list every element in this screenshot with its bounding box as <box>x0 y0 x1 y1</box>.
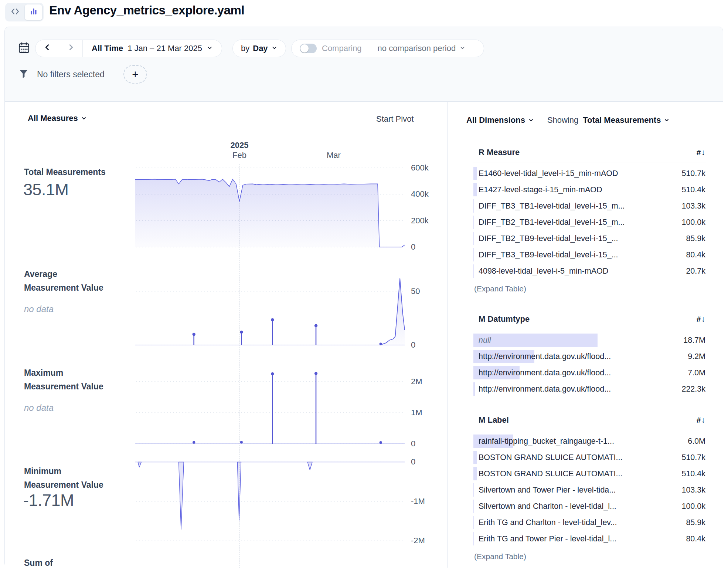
code-icon <box>10 7 20 18</box>
chevron-down-icon <box>528 117 534 123</box>
dimension-count: 7.0M <box>688 368 705 378</box>
plus-icon: + <box>132 68 139 81</box>
dimension-value: Erith TG and Tower Pier - level-tidal_l.… <box>479 534 681 544</box>
previous-period-button[interactable] <box>35 40 59 57</box>
time-grain-dropdown[interactable]: by Day <box>232 40 286 57</box>
percentage-bar <box>473 248 474 261</box>
start-pivot-button[interactable]: Start Pivot <box>376 114 414 124</box>
x-axis-month-mar: Mar <box>308 151 360 160</box>
dimension-count: 80.4k <box>686 534 705 544</box>
comparison-period-dropdown[interactable]: no comparison period <box>370 40 473 57</box>
leaderboard-row[interactable]: http://environment.data.gov.uk/flood...7… <box>473 365 706 381</box>
leaderboard-title[interactable]: M Label <box>479 415 509 425</box>
expand-table-link[interactable]: (Expand Table) <box>473 284 706 293</box>
y-axis-tick: 0 <box>411 439 415 449</box>
dimension-count: 510.4k <box>681 185 705 195</box>
percentage-bar <box>473 167 477 180</box>
leaderboard-title[interactable]: R Measure <box>479 148 520 157</box>
percentage-bar <box>473 199 474 213</box>
average-measurement-value-chart[interactable]: 500 <box>135 277 438 352</box>
measures-selector-dropdown[interactable]: All Measures <box>28 114 87 123</box>
comparing-label: Comparing <box>322 44 362 53</box>
leaderboard-row[interactable]: Silvertown and Tower Pier - level-tida..… <box>473 482 706 498</box>
dimension-value: Erith TG and Charlton - level-tidal_lev.… <box>479 518 681 527</box>
bar-chart-icon <box>29 7 38 17</box>
leaderboard-row[interactable]: 4098-level-tidal_level-i-5_min-mAOD20.7k <box>473 263 706 279</box>
filter-funnel-icon <box>18 68 29 81</box>
leaderboard-row[interactable]: Erith TG and Charlton - level-tidal_lev.… <box>473 514 706 531</box>
comparison-pill: Comparing no comparison period <box>291 40 484 57</box>
time-range-dropdown[interactable]: All Time 1 Jan – 21 Mar 2025 <box>83 44 222 53</box>
leaderboard-row[interactable]: BOSTON GRAND SLUICE AUTOMATI...510.4k <box>473 466 706 482</box>
total-measurements-chart[interactable]: 600k400k200k0 <box>135 165 438 254</box>
dimension-value: BOSTON GRAND SLUICE AUTOMATI... <box>479 453 677 462</box>
leaderboard-row[interactable]: DIFF_TB3_TB1-level-tidal_level-i-15_m...… <box>473 198 706 214</box>
dimension-count: 103.3k <box>681 202 705 211</box>
maximum-measurement-value-chart[interactable]: 2M1M0 <box>135 372 438 451</box>
dimensions-selector-label: All Dimensions <box>466 115 525 125</box>
page-title: Env Agency_metrics_explore.yaml <box>49 3 244 17</box>
no-data-label-average: no data <box>24 304 54 314</box>
leaderboard-row[interactable]: DIFF_TB3_TB9-level-tidal_level-i-15_...8… <box>473 247 706 263</box>
comparing-toggle[interactable]: Comparing <box>292 40 370 57</box>
dimension-value: DIFF_TB2_TB1-level-tidal_level-i-15_m... <box>479 218 677 227</box>
measure-name-total: Total Measurements <box>24 165 129 179</box>
calendar-icon[interactable] <box>17 41 31 56</box>
leaderboard-r-measure: R Measure #↓ E1460-level-tidal_level-i-1… <box>473 146 706 293</box>
dimensions-selector-dropdown[interactable]: All Dimensions <box>466 115 534 125</box>
dimension-count: 85.9k <box>686 518 705 527</box>
sort-descending-button[interactable]: #↓ <box>697 416 705 425</box>
leaderboard-row[interactable]: null18.7M <box>473 332 706 348</box>
leaderboard-row[interactable]: DIFF_TB2_TB1-level-tidal_level-i-15_m...… <box>473 214 706 230</box>
leaderboard-row[interactable]: E1460-level-tidal_level-i-15_min-mAOD510… <box>473 165 706 182</box>
sort-descending-button[interactable]: #↓ <box>697 315 705 324</box>
leaderboard-title[interactable]: M Datumtype <box>479 314 530 324</box>
chevron-right-icon <box>67 43 75 54</box>
dimension-value: DIFF_TB3_TB9-level-tidal_level-i-15_... <box>479 250 681 260</box>
leaderboard-row[interactable]: http://environment.data.gov.uk/flood...2… <box>473 381 706 397</box>
leaderboard-row[interactable]: http://environment.data.gov.uk/flood...9… <box>473 348 706 365</box>
showing-measure-dropdown[interactable]: Total Measurements <box>583 115 670 125</box>
leaderboard-row[interactable]: rainfall-tipping_bucket_raingauge-t-1...… <box>473 433 706 449</box>
measures-selector-label: All Measures <box>28 114 78 123</box>
next-period-button[interactable] <box>59 40 82 57</box>
chart-view-button[interactable] <box>24 4 42 20</box>
minimum-measurement-value-chart[interactable]: 0-1M-2M <box>135 460 438 558</box>
dimension-value: 4098-level-tidal_level-i-5_min-mAOD <box>479 267 681 276</box>
x-axis-year-label: 2025 <box>214 141 265 150</box>
leaderboard-row[interactable]: DIFF_TB2_TB9-level-tidal_level-i-15_...8… <box>473 230 706 247</box>
percentage-bar <box>473 516 474 529</box>
leaderboard-row[interactable]: Erith TG and Tower Pier - level-tidal_l.… <box>473 531 706 547</box>
dimension-value: DIFF_TB3_TB1-level-tidal_level-i-15_m... <box>479 202 677 211</box>
leaderboard-row[interactable]: E1427-level-stage-i-15_min-mAOD510.4k <box>473 182 706 198</box>
leaderboard-m-datumtype: M Datumtype #↓ null18.7Mhttp://environme… <box>473 312 706 397</box>
sort-descending-button[interactable]: #↓ <box>697 148 705 157</box>
percentage-bar <box>473 451 477 464</box>
leaderboard-row[interactable]: BOSTON GRAND SLUICE AUTOMATI...510.7k <box>473 449 706 466</box>
expand-table-link[interactable]: (Expand Table) <box>473 552 706 561</box>
toggle-off-icon[interactable] <box>300 44 317 53</box>
code-view-button[interactable] <box>6 4 24 20</box>
dimension-value: E1427-level-stage-i-15_min-mAOD <box>479 185 677 195</box>
leaderboard-row[interactable]: Silvertown and Charlton - level-tidal_l.… <box>473 498 706 514</box>
add-filter-button[interactable]: + <box>123 65 147 84</box>
percentage-bar <box>473 232 474 245</box>
leaderboard-m-label: M Label #↓ rainfall-tipping_bucket_raing… <box>473 413 706 561</box>
x-axis-month-feb: Feb <box>214 151 265 160</box>
percentage-bar <box>473 216 474 229</box>
dimension-count: 80.4k <box>686 250 705 260</box>
chevron-left-icon <box>43 43 51 54</box>
measure-big-value-total: 35.1M <box>23 180 69 199</box>
dimension-count: 222.3k <box>681 385 705 394</box>
view-toggle <box>5 3 44 21</box>
dimension-count: 100.0k <box>681 502 705 511</box>
dimension-value: Silvertown and Charlton - level-tidal_l.… <box>479 502 677 511</box>
showing-prefix: Showing <box>547 115 578 125</box>
dimension-count: 18.7M <box>683 336 705 345</box>
time-range-pill: All Time 1 Jan – 21 Mar 2025 <box>35 40 222 57</box>
comparison-value: no comparison period <box>378 44 456 53</box>
dimension-count: 6.0M <box>688 437 705 446</box>
showing-measure-label: Total Measurements <box>583 115 661 125</box>
measure-name-average: Average Measurement Value <box>24 267 129 295</box>
dimension-value: Silvertown and Tower Pier - level-tida..… <box>479 486 677 495</box>
